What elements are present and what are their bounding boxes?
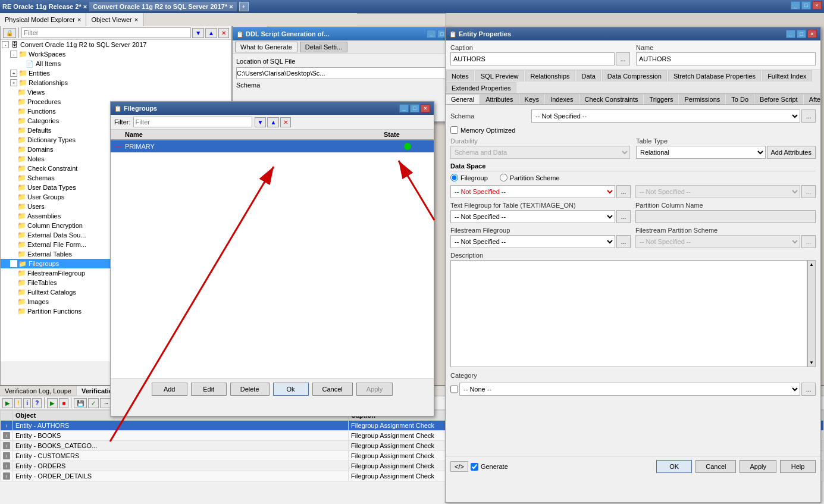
ep-close[interactable]: × xyxy=(807,30,817,38)
ddl-tab-detail[interactable]: Detail Setti... xyxy=(300,42,347,52)
ep-subtab-before[interactable]: Before Script xyxy=(754,94,803,104)
ep-tab-extprops[interactable]: Extended Properties xyxy=(446,82,516,93)
ep-fg-select[interactable]: -- Not Specified -- xyxy=(450,185,615,198)
ep-category-checkbox[interactable] xyxy=(450,383,458,396)
fg-filter-clear[interactable]: ✕ xyxy=(280,117,291,127)
fg-cancel-btn[interactable]: Cancel xyxy=(312,383,353,396)
tree-relationships[interactable]: + 📁 Relationships xyxy=(1,78,231,87)
bt-run-btn[interactable]: ▶ xyxy=(47,398,58,408)
ep-textfg-browse[interactable]: ... xyxy=(616,210,631,223)
ep-subtab-triggers[interactable]: Triggers xyxy=(644,94,678,104)
tree-db[interactable]: - 🗄 Convert Oracle 11g R2 to SQL Server … xyxy=(1,40,231,49)
fg-close[interactable]: × xyxy=(421,104,430,112)
filter-down-btn[interactable]: ▼ xyxy=(192,28,204,38)
fg-apply-btn[interactable]: Apply xyxy=(356,383,393,396)
tree-allitems[interactable]: 📄 All Items xyxy=(1,59,231,68)
fg-row-primary[interactable]: → PRIMARY xyxy=(111,140,434,153)
fg-add-btn[interactable]: Add xyxy=(152,383,187,396)
tb-lock[interactable]: 🔒 xyxy=(3,28,16,38)
app-tab-2[interactable]: Convert Oracle 11g R2 to SQL Server 2017… xyxy=(89,2,237,11)
bt-save-btn[interactable]: 💾 xyxy=(74,398,87,408)
ep-script-btn[interactable]: </> xyxy=(450,461,468,472)
ep-subtab-keys[interactable]: Keys xyxy=(519,94,544,104)
ep-tab-datacompression[interactable]: Data Compression xyxy=(602,70,667,82)
ep-description-textarea[interactable] xyxy=(450,260,807,367)
ep-tab-sql[interactable]: SQL Preview xyxy=(475,70,524,82)
objectviewer-tab-close[interactable]: × xyxy=(134,16,138,23)
ep-addattributes-btn[interactable]: Add Attributes xyxy=(767,146,816,159)
ep-tab-relationships[interactable]: Relationships xyxy=(525,70,575,82)
objectviewer-tab[interactable]: Object Viewer × xyxy=(86,13,143,26)
ep-minimize[interactable]: _ xyxy=(786,30,795,38)
filter-clear-btn[interactable]: ✕ xyxy=(218,28,229,38)
ep-textfg-select[interactable]: -- Not Specified -- xyxy=(450,210,615,223)
ep-filestreampart-select[interactable]: -- Not Specified -- xyxy=(635,235,800,248)
filter-up-btn[interactable]: ▲ xyxy=(205,28,217,38)
ep-category-browse[interactable]: ... xyxy=(801,383,816,396)
ddl-location-input[interactable] xyxy=(236,67,447,79)
ep-subtab-permissions[interactable]: Permissions xyxy=(679,94,725,104)
bt-help-btn[interactable]: ? xyxy=(32,398,42,408)
ddl-tab-what[interactable]: What to Generate xyxy=(235,42,297,52)
fg-restore[interactable]: □ xyxy=(410,104,419,112)
fg-minimize[interactable]: _ xyxy=(399,104,409,112)
ep-subtab-attributes[interactable]: Attributes xyxy=(480,94,518,104)
outer-restore[interactable]: □ xyxy=(801,1,811,10)
ep-filestreampart-browse[interactable]: ... xyxy=(801,235,816,248)
bt-warn-btn[interactable]: ! xyxy=(14,398,22,408)
ep-partcol-input[interactable] xyxy=(635,210,816,223)
ep-tab-fulltextidx[interactable]: Fulltext Index xyxy=(762,70,812,82)
ep-category-select[interactable]: -- None -- xyxy=(459,383,800,396)
ep-help-btn[interactable]: Help xyxy=(780,460,816,473)
ep-desc-scrollbar[interactable]: ▲ ▼ xyxy=(807,260,816,367)
tree-views[interactable]: 📁 Views xyxy=(1,87,231,97)
ep-subtab-checkconstraints[interactable]: Check Constraints xyxy=(579,94,644,104)
ep-filegroup-radio[interactable] xyxy=(450,174,458,181)
filter-input[interactable] xyxy=(21,27,191,38)
ep-schema-select[interactable]: -- Not Specified -- xyxy=(531,109,800,123)
expand-workspaces[interactable]: - xyxy=(10,51,17,58)
ep-filestream-select[interactable]: -- Not Specified -- xyxy=(450,235,615,248)
app-tab-1[interactable]: RE Oracle 11g Release 2* × xyxy=(2,3,87,10)
ep-name-input[interactable] xyxy=(636,52,816,65)
bt-info-btn[interactable]: i xyxy=(23,398,31,408)
ep-subtab-general[interactable]: General xyxy=(446,94,480,104)
fg-edit-btn[interactable]: Edit xyxy=(191,383,227,396)
new-tab-btn[interactable]: + xyxy=(239,2,249,11)
ep-tab-stretchdb[interactable]: Stretch Database Properties xyxy=(668,70,761,82)
bt-check-btn[interactable]: ✓ xyxy=(88,398,99,408)
expand-relationships[interactable]: + xyxy=(10,79,17,86)
ep-tab-data[interactable]: Data xyxy=(577,70,601,82)
ep-generate-checkbox[interactable] xyxy=(471,463,478,471)
explorer-tab[interactable]: Physical Model Explorer × xyxy=(0,13,86,26)
ep-tabletype-select[interactable]: Relational xyxy=(636,146,766,159)
ep-ps-select[interactable]: -- Not Specified -- xyxy=(635,185,800,198)
ep-memory-checkbox[interactable] xyxy=(450,126,458,134)
bottom-tab-1[interactable]: Verification Log, Loupe xyxy=(0,386,77,396)
ep-subtab-after[interactable]: After Script xyxy=(804,94,820,104)
ep-ok-btn[interactable]: OK xyxy=(656,460,692,473)
ep-ps-browse[interactable]: ... xyxy=(801,185,816,198)
expand-filegroups[interactable]: + xyxy=(10,260,17,267)
bt-stop-btn[interactable]: ■ xyxy=(59,398,68,408)
fg-delete-btn[interactable]: Delete xyxy=(230,383,270,396)
ep-apply-btn[interactable]: Apply xyxy=(740,460,776,473)
ep-tab-notes[interactable]: Notes xyxy=(446,70,474,82)
ep-restore[interactable]: □ xyxy=(797,30,806,38)
fg-filter-input[interactable] xyxy=(133,117,252,127)
fg-ok-btn[interactable]: Ok xyxy=(273,383,309,396)
ep-subtab-indexes[interactable]: Indexes xyxy=(545,94,579,104)
ep-caption-browse[interactable]: ... xyxy=(616,52,630,65)
tree-workspaces[interactable]: - 📁 WorkSpaces xyxy=(1,49,231,59)
ep-subtab-todo[interactable]: To Do xyxy=(726,94,754,104)
ep-fg-browse[interactable]: ... xyxy=(616,185,631,198)
ddl-minimize[interactable]: _ xyxy=(427,30,436,38)
fg-filter-up[interactable]: ▲ xyxy=(267,117,279,127)
outer-minimize[interactable]: _ xyxy=(791,1,800,10)
explorer-tab-close[interactable]: × xyxy=(77,16,81,23)
outer-close[interactable]: × xyxy=(812,1,822,10)
fg-filter-down[interactable]: ▼ xyxy=(255,117,267,127)
ep-filestream-browse[interactable]: ... xyxy=(616,235,631,248)
tree-entities[interactable]: + 📁 Entities xyxy=(1,68,231,78)
ep-cancel-btn[interactable]: Cancel xyxy=(695,460,736,473)
